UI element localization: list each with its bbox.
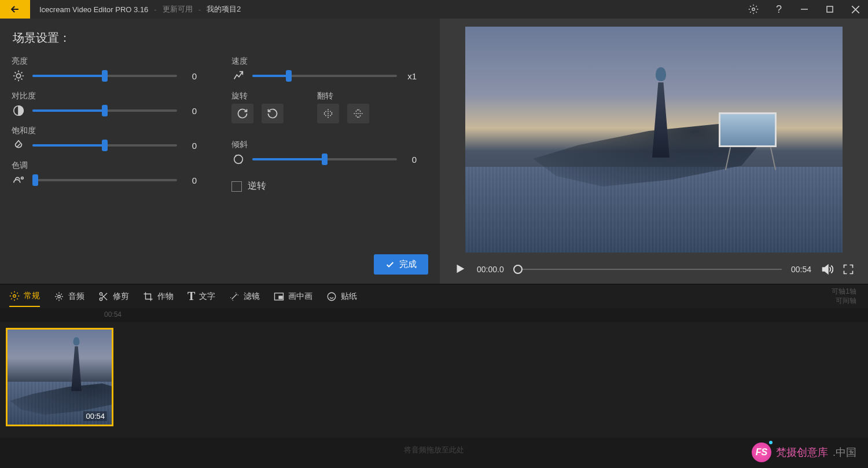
time-total: 00:54 [791, 265, 811, 274]
hue-icon [12, 173, 25, 187]
watermark: FS 梵摄创意库.中国 [752, 443, 856, 462]
saturation-icon [12, 138, 25, 152]
settings-button[interactable] [741, 0, 766, 19]
check-icon [385, 260, 395, 269]
close-icon [852, 6, 859, 13]
svg-rect-2 [827, 6, 833, 12]
fullscreen-icon [843, 264, 854, 275]
brightness-value: 0 [184, 71, 197, 81]
gear-icon [748, 4, 759, 14]
hue-slider[interactable] [32, 179, 177, 181]
titlebar: Icecream Video Editor PRO 3.16 - 更新可用 - … [0, 0, 868, 19]
time-current: 00:00.0 [477, 265, 504, 274]
arrow-left-icon [9, 3, 21, 15]
saturation-value: 0 [184, 141, 197, 151]
reverse-checkbox[interactable] [231, 181, 242, 192]
tab-filter[interactable]: 滤镜 [229, 287, 260, 306]
contrast-label: 对比度 [12, 91, 197, 101]
project-name: 我的项目2 [207, 4, 241, 14]
tilt-label: 倾斜 [231, 140, 417, 150]
saturation-label: 饱和度 [12, 126, 197, 136]
timeline-tick: 00:54 [104, 310, 122, 319]
tilt-value: 0 [404, 155, 417, 164]
crop-icon [143, 291, 153, 302]
contrast-value: 0 [184, 106, 197, 116]
tab-general[interactable]: 常规 [9, 286, 40, 307]
flip-label: 翻转 [317, 91, 369, 101]
speed-slider[interactable] [252, 75, 397, 77]
timeline-clip[interactable]: 00:54 [6, 328, 113, 426]
help-button[interactable]: ? [766, 0, 792, 19]
hue-value: 0 [184, 176, 197, 185]
svg-point-10 [100, 292, 102, 295]
gear-icon [9, 291, 20, 301]
done-button[interactable]: 完成 [374, 254, 428, 275]
play-icon [454, 262, 466, 275]
preview-panel: 00:00.0 00:54 [440, 19, 868, 284]
tab-text[interactable]: T文字 [187, 285, 215, 308]
maximize-button[interactable] [817, 0, 843, 19]
tilt-slider[interactable] [252, 158, 397, 160]
volume-icon [821, 263, 833, 276]
tab-trim[interactable]: 修剪 [98, 287, 129, 306]
brightness-icon [12, 69, 25, 83]
speed-label: 速度 [231, 56, 417, 67]
svg-point-5 [16, 74, 20, 78]
fullscreen-button[interactable] [843, 264, 854, 275]
volume-button[interactable] [821, 263, 833, 276]
preview-image [465, 27, 843, 253]
back-button[interactable] [0, 0, 30, 19]
rotate-label: 旋转 [231, 91, 284, 101]
text-icon: T [187, 290, 195, 303]
panel-title: 场景设置： [12, 30, 422, 46]
reverse-label: 逆转 [248, 180, 266, 192]
svg-point-7 [21, 177, 24, 180]
timeline-ruler[interactable]: 00:54 [0, 308, 868, 322]
speed-value: x1 [404, 71, 417, 81]
watermark-badge: FS [752, 443, 771, 462]
svg-point-11 [100, 298, 102, 301]
flip-v-button[interactable] [347, 104, 369, 123]
minimize-icon [801, 6, 808, 13]
svg-point-0 [752, 8, 755, 11]
brightness-slider[interactable] [32, 75, 177, 77]
brightness-label: 亮度 [12, 56, 197, 67]
flip-h-button[interactable] [317, 104, 339, 123]
tilt-icon [231, 152, 245, 166]
smile-icon [326, 291, 337, 302]
rotate-cw-button[interactable] [231, 104, 253, 123]
seek-bar[interactable] [513, 269, 782, 270]
wand-icon [229, 291, 240, 302]
app-title: Icecream Video Editor PRO 3.16 [39, 5, 148, 14]
flip-vertical-icon [352, 108, 364, 119]
svg-rect-13 [279, 296, 282, 299]
scissors-icon [98, 291, 109, 302]
scene-settings-panel: 场景设置： 亮度 0 对比度 0 [0, 19, 440, 284]
timeline-track[interactable]: 00:54 [0, 322, 868, 438]
maximize-icon [826, 6, 833, 13]
help-icon: ? [776, 3, 782, 16]
tab-audio[interactable]: 音频 [54, 287, 84, 306]
svg-point-8 [13, 294, 16, 297]
flip-horizontal-icon [322, 108, 334, 119]
rotate-ccw-button[interactable] [262, 104, 284, 123]
rotate-cw-icon [237, 108, 248, 119]
tab-crop[interactable]: 作物 [143, 287, 174, 306]
gear-small-icon [54, 291, 64, 302]
update-available[interactable]: 更新可用 [163, 4, 193, 14]
pip-icon [274, 291, 284, 302]
tab-pip[interactable]: 画中画 [274, 287, 312, 306]
contrast-slider[interactable] [32, 109, 177, 112]
play-button[interactable] [454, 262, 468, 276]
svg-point-9 [58, 295, 61, 298]
minimize-button[interactable] [792, 0, 817, 19]
clip-duration: 00:54 [83, 411, 107, 421]
saturation-slider[interactable] [32, 144, 177, 147]
close-button[interactable] [843, 0, 868, 19]
hue-label: 色调 [12, 160, 197, 171]
contrast-icon [12, 104, 25, 118]
rotate-ccw-icon [267, 108, 278, 119]
tab-sticker[interactable]: 贴纸 [326, 287, 357, 306]
tool-tabs: 常规 音频 修剪 作物 T文字 滤镜 画中画 贴纸 可轴1轴可间轴 [0, 284, 868, 308]
audio-drop-zone[interactable]: 将音频拖放至此处 [0, 438, 868, 462]
